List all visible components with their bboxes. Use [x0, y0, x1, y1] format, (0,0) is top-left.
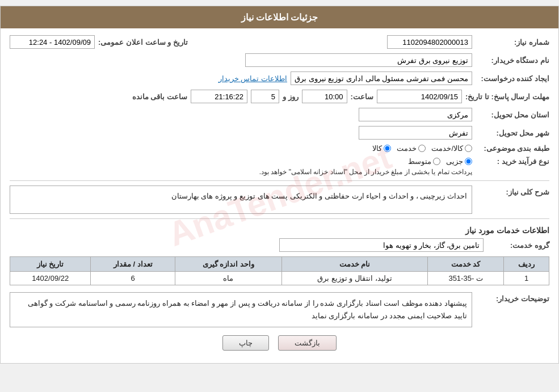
cell-row: 1 [504, 272, 549, 285]
cell-unit: ماه [175, 272, 282, 285]
deadline-row: مهلت ارسال پاسخ: تا تاریخ: ساعت: روز و س… [10, 90, 549, 103]
province-row: استان محل تحویل: [10, 108, 549, 121]
col-name: نام خدمت [281, 257, 427, 272]
deadline-remaining-label: ساعت باقی مانده [132, 92, 187, 101]
type-jozii[interactable]: جزیی [446, 157, 472, 166]
creator-label: ایجاد کننده درخواست: [476, 74, 549, 83]
buyer-org-label: نام دستگاه خریدار: [476, 56, 549, 65]
deadline-remaining-input[interactable] [191, 90, 247, 103]
service-group-label: گروه خدمت: [487, 241, 549, 250]
deadline-days-label: روز و [283, 92, 299, 101]
creator-row: ایجاد کننده درخواست: اطلاعات تماس خریدار [10, 71, 549, 85]
service-info-title: اطلاعات خدمات مورد نیاز [10, 226, 549, 235]
category-radio-group: کالا/خدمت خدمت کالا [372, 144, 472, 153]
province-label: استان محل تحویل: [476, 111, 549, 119]
creator-contact-link[interactable]: اطلاعات تماس خریدار [218, 74, 287, 83]
cell-quantity: 6 [91, 272, 175, 285]
col-quantity: تعداد / مقدار [91, 257, 175, 272]
purchase-type-label: نوع فرآیند خرید : [476, 157, 549, 166]
page-title: جزئیات اطلاعات نیاز [241, 12, 318, 22]
divider-1 [10, 180, 549, 181]
creator-input[interactable] [291, 71, 472, 85]
page-header: جزئیات اطلاعات نیاز [1, 6, 558, 28]
buyer-org-input[interactable] [245, 53, 472, 67]
deadline-date-input[interactable] [377, 90, 462, 103]
announce-date-input[interactable] [10, 35, 95, 49]
deadline-time-label: ساعت: [351, 92, 373, 101]
buyer-notes-label: توضیحات خریدار: [476, 294, 549, 303]
need-number-input[interactable] [387, 35, 472, 49]
service-group-row: گروه خدمت: [10, 238, 549, 252]
announce-row: شماره نیاز: تاریخ و ساعت اعلان عمومی: [10, 35, 549, 49]
purchase-type-options: جزیی متوسط پرداخت تمام یا بخشی از مبلغ خ… [259, 157, 472, 176]
province-input[interactable] [359, 108, 472, 121]
announce-label: تاریخ و ساعت اعلان عمومی: [98, 38, 188, 47]
deadline-time-input[interactable] [302, 90, 347, 103]
deadline-label: مهلت ارسال پاسخ: تا تاریخ: [465, 92, 549, 101]
cell-date: 1402/09/22 [10, 272, 91, 285]
purchase-type-top: جزیی متوسط [259, 157, 472, 166]
col-code: کد خدمت [428, 257, 504, 272]
cell-code: ت -35-351 [428, 272, 504, 285]
cell-name: تولید، انتقال و توزیع برق [281, 272, 427, 285]
city-label: شهر محل تحویل: [476, 129, 549, 137]
purchase-type-note: پرداخت تمام یا بخشی از مبلغ خریدار از مح… [259, 168, 472, 176]
need-number-label: شماره نیاز: [476, 38, 549, 47]
category-service[interactable]: خدمت [397, 144, 426, 153]
description-row: شرح کلی نیاز: احداث زیرچینی ، و احداث و … [10, 186, 549, 214]
city-row: شهر محل تحویل: [10, 126, 549, 140]
category-kala[interactable]: کالا [372, 144, 391, 153]
buyer-org-row: نام دستگاه خریدار: [10, 53, 549, 67]
type-motevasset[interactable]: متوسط [408, 157, 440, 166]
col-row: ردیف [504, 257, 549, 272]
description-label: شرح کلی نیاز: [476, 188, 549, 196]
print-button[interactable]: چاپ [222, 335, 269, 351]
back-button[interactable]: بازگشت [278, 335, 337, 351]
page-wrapper: جزئیات اطلاعات نیاز AnaTender.net شماره … [0, 6, 559, 364]
col-date: تاریخ نیاز [10, 257, 91, 272]
buyer-notes-box: پیشنهاد دهنده موظف است اسناد بارگزاری شد… [10, 292, 472, 327]
category-kala-service[interactable]: کالا/خدمت [431, 144, 472, 153]
deadline-days-input[interactable] [251, 90, 279, 103]
services-table: ردیف کد خدمت نام خدمت واحد اندازه گیری ت… [10, 256, 549, 285]
city-input[interactable] [359, 126, 472, 140]
buyer-notes-row: توضیحات خریدار: پیشنهاد دهنده موظف است ا… [10, 292, 549, 327]
divider-2 [10, 218, 549, 219]
description-box: احداث زیرچینی ، و احداث و احیاء ارت حفاظ… [10, 186, 472, 214]
purchase-type-row: نوع فرآیند خرید : جزیی متوسط پرداخت تمام… [10, 157, 549, 176]
category-label: طبقه بندی موضوعی: [476, 144, 549, 153]
table-row: 1ت -35-351تولید، انتقال و توزیع برقماه61… [10, 272, 549, 285]
content-area: AnaTender.net شماره نیاز: تاریخ و ساعت ا… [1, 28, 558, 363]
col-unit: واحد اندازه گیری [175, 257, 282, 272]
service-group-input[interactable] [279, 238, 484, 252]
buttons-row: بازگشت چاپ [10, 335, 549, 351]
category-row: طبقه بندی موضوعی: کالا/خدمت خدمت کالا [10, 144, 549, 153]
